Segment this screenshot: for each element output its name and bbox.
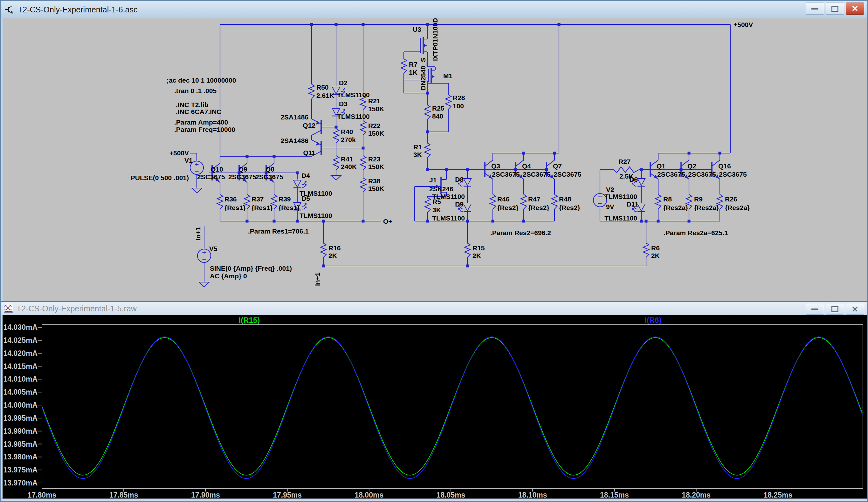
schematic-label[interactable]: 2K: [651, 252, 660, 259]
schematic-label[interactable]: M1: [443, 72, 453, 80]
schematic-label[interactable]: J1: [429, 176, 437, 184]
schematic-label[interactable]: O+: [383, 218, 392, 225]
schematic-label[interactable]: TLMS1100: [432, 215, 465, 222]
waveform-window[interactable]: T2-CS-Only-Experimental-1-5.raw ✕ 14.030…: [0, 301, 868, 502]
schematic-label[interactable]: TLMS1100: [604, 215, 637, 222]
schematic-label[interactable]: 2.61K: [316, 92, 334, 99]
schematic-label[interactable]: 2SC3675: [657, 171, 685, 178]
plot-background[interactable]: [2, 315, 867, 500]
schematic-label[interactable]: IXTP01N100D: [432, 19, 439, 61]
schematic-label[interactable]: +500V: [169, 149, 189, 157]
schematic-label[interactable]: .Param Amp=400: [174, 118, 228, 126]
schematic-label[interactable]: R1: [413, 143, 422, 150]
schematic-label[interactable]: {Res2a}: [663, 204, 688, 211]
schematic-label[interactable]: DN2540_S: [420, 57, 427, 90]
schematic-label[interactable]: 150K: [368, 163, 384, 170]
schematic-label[interactable]: 840: [432, 113, 443, 120]
schematic-label[interactable]: TLMS1100: [300, 212, 332, 219]
schematic-label[interactable]: 2SC3675: [688, 171, 716, 178]
schematic-label[interactable]: +500V: [734, 21, 753, 28]
waveform-canvas[interactable]: 14.030mA14.025mA14.020mA14.015mA14.010mA…: [2, 315, 867, 500]
schematic-label[interactable]: .INC 6CA7.INC: [176, 108, 221, 115]
schematic-label[interactable]: Q3: [491, 163, 500, 170]
schematic-label[interactable]: 240K: [341, 163, 357, 170]
schematic-label[interactable]: Q7: [553, 163, 562, 170]
schematic-label[interactable]: AC {Amp} 0: [210, 272, 247, 280]
schematic-label[interactable]: R16: [329, 244, 341, 252]
schematic-label[interactable]: R50: [316, 84, 329, 91]
schematic-label[interactable]: Q2: [688, 163, 696, 170]
schematic-label[interactable]: {Res2a}: [694, 204, 719, 211]
schematic-label[interactable]: R38: [368, 177, 381, 185]
schematic-label[interactable]: D2: [339, 79, 348, 86]
minimize-button[interactable]: [806, 304, 824, 315]
schematic-label[interactable]: 2SA1486: [280, 113, 308, 121]
schematic-label[interactable]: 2SC3675: [255, 173, 283, 180]
maximize-button[interactable]: [826, 2, 844, 14]
schematic-label[interactable]: Q10: [210, 166, 223, 173]
schematic-label[interactable]: R47: [528, 196, 540, 203]
schematic-label[interactable]: 2SC3675: [719, 171, 747, 178]
schematic-label[interactable]: TLMS1100: [432, 193, 465, 200]
schematic-label[interactable]: In+1: [194, 227, 202, 241]
schematic-label[interactable]: 2SC3675: [554, 171, 581, 178]
schematic-label[interactable]: 150K: [368, 105, 384, 113]
schematic-label[interactable]: 2SC3675: [228, 173, 256, 180]
schematic-label[interactable]: .Param Res1=706.1: [248, 228, 309, 235]
minimize-button[interactable]: [806, 2, 824, 14]
schematic-label[interactable]: .Param Res2=696.2: [490, 229, 551, 237]
schematic-label[interactable]: R23: [368, 155, 381, 163]
schematic-label[interactable]: R28: [453, 94, 465, 101]
close-button[interactable]: ✕: [846, 304, 864, 315]
schematic-label[interactable]: {Res1}: [251, 204, 273, 211]
schematic-label[interactable]: V2: [606, 186, 614, 193]
schematic-label[interactable]: U3: [413, 26, 421, 33]
waveform-doc-icon[interactable]: [4, 304, 13, 313]
schematic-label[interactable]: R7: [409, 61, 417, 68]
schematic-label[interactable]: Q12: [303, 122, 316, 129]
schematic-label[interactable]: 270k: [341, 136, 356, 143]
schematic-titlebar[interactable]: T2-CS-Only-Experimental-1-6.asc ✕: [1, 1, 867, 19]
schematic-label[interactable]: R27: [618, 158, 631, 165]
schematic-label[interactable]: {Res1}: [279, 204, 300, 211]
schematic-label[interactable]: {Res2}: [528, 204, 549, 211]
legend-trace-label[interactable]: I(R15): [239, 316, 260, 324]
schematic-doc-icon[interactable]: [4, 4, 14, 15]
schematic-label[interactable]: 1K: [409, 69, 417, 76]
schematic-label[interactable]: D8: [455, 176, 464, 183]
schematic-label[interactable]: V1: [184, 157, 193, 164]
schematic-label[interactable]: R26: [725, 196, 737, 203]
schematic-label[interactable]: 3K: [413, 151, 422, 158]
schematic-label[interactable]: {Res2a}: [725, 204, 750, 211]
schematic-label[interactable]: 2SC3675: [523, 171, 551, 178]
schematic-window[interactable]: T2-CS-Only-Experimental-1-6.asc ✕ ;ac de…: [0, 0, 868, 301]
schematic-label[interactable]: Q4: [522, 163, 531, 170]
schematic-label[interactable]: Q11: [303, 149, 316, 156]
schematic-label[interactable]: R36: [225, 196, 237, 203]
schematic-label[interactable]: R21: [368, 97, 381, 105]
schematic-label[interactable]: 3K: [432, 206, 441, 213]
schematic-label[interactable]: R8: [663, 196, 672, 203]
schematic-label[interactable]: Q8: [266, 166, 275, 173]
schematic-label[interactable]: D9: [455, 200, 464, 208]
schematic-label[interactable]: 100: [453, 102, 464, 109]
schematic-label[interactable]: R41: [341, 155, 353, 163]
schematic-label[interactable]: 2SA1486: [280, 137, 308, 144]
schematic-label[interactable]: R9: [694, 196, 703, 203]
schematic-label[interactable]: ;ac dec 10 1 10000000: [167, 76, 236, 84]
legend-trace-label[interactable]: I(R6): [644, 316, 661, 324]
schematic-label[interactable]: .INC T2.lib: [176, 101, 209, 108]
schematic-label[interactable]: .tran 0 .1 .005: [174, 87, 217, 94]
schematic-label[interactable]: R40: [341, 128, 353, 135]
schematic-label[interactable]: In+1: [314, 272, 321, 286]
schematic-label[interactable]: D5: [301, 195, 310, 202]
schematic-label[interactable]: D6: [629, 176, 638, 183]
schematic-label[interactable]: Q1: [657, 163, 665, 170]
schematic-label[interactable]: SINE(0 {Amp} {Freq} .001): [210, 265, 292, 272]
schematic-label[interactable]: 2SC3675: [492, 171, 520, 178]
schematic-label[interactable]: 9V: [606, 203, 614, 210]
schematic-label[interactable]: V5: [209, 245, 217, 252]
schematic-canvas[interactable]: ;ac dec 10 1 10000000.tran 0 .1 .005.INC…: [2, 19, 867, 301]
schematic-label[interactable]: {Res2}: [559, 204, 580, 211]
schematic-label[interactable]: TLMS1100: [604, 193, 637, 200]
